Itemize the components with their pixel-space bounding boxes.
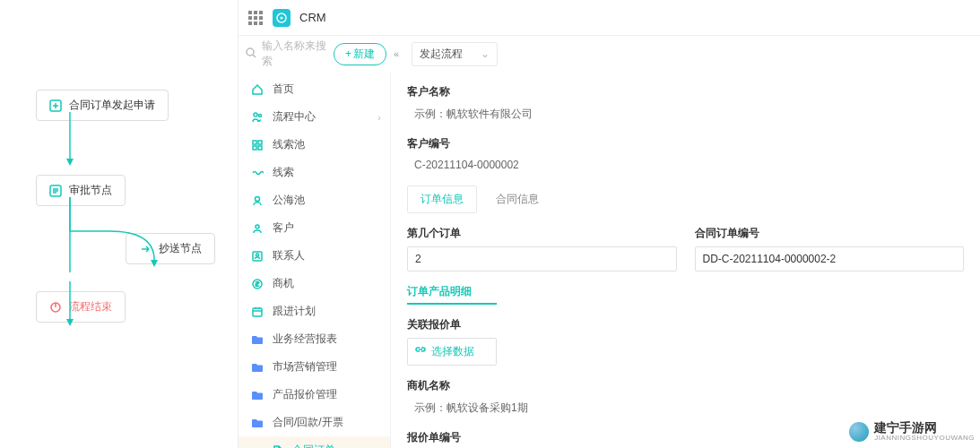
svg-rect-24 — [253, 141, 256, 144]
svg-point-31 — [256, 254, 259, 256]
flow-node-label: 合同订单发起申请 — [69, 98, 155, 113]
flow-node-label: 抄送节点 — [159, 241, 202, 256]
sidebar-item-label: 业务经营报表 — [273, 332, 337, 347]
folder-icon — [251, 417, 264, 429]
toolbar: 输入名称来搜索 +新建 « 发起流程 ⌄ — [238, 36, 980, 72]
svg-rect-26 — [253, 146, 256, 150]
sidebar-nav: 首页流程中心›线索池线索公海池客户联系人商机跟进计划业务经营报表市场营销管理产品… — [238, 72, 391, 448]
opp-name-label: 商机名称 — [407, 378, 964, 393]
svg-point-22 — [254, 113, 257, 116]
order-index-label: 第几个订单 — [407, 226, 677, 241]
flow-node-label: 审批节点 — [69, 183, 112, 198]
sidebar-item-label: 客户 — [273, 220, 294, 236]
link-icon — [415, 345, 426, 358]
sidebar-item-label: 联系人 — [273, 248, 305, 263]
svg-rect-11 — [254, 11, 257, 14]
folder-icon — [251, 389, 264, 401]
user-icon — [251, 194, 264, 207]
sidebar-item-4[interactable]: 公海池 — [238, 186, 390, 214]
share-icon — [139, 243, 152, 255]
workflow-diagram-panel: 合同订单发起申请 审批节点 抄送节点 流程结束 — [0, 0, 238, 448]
app-header: CRM — [238, 0, 980, 36]
flow-node-approve[interactable]: 审批节点 — [36, 175, 126, 206]
svg-rect-12 — [259, 11, 263, 14]
svg-rect-25 — [258, 141, 262, 144]
flow-node-start[interactable]: 合同订单发起申请 — [36, 90, 169, 121]
flow-node-end[interactable]: 流程结束 — [36, 291, 126, 323]
list-square-icon — [49, 185, 62, 197]
customer-name-label: 客户名称 — [407, 84, 964, 99]
watermark: 建宁手游网 JIANNINGSHOUYOUWANG — [849, 421, 975, 443]
sidebar-item-9[interactable]: 业务经营报表 — [238, 325, 390, 353]
sidebar-item-3[interactable]: 线索 — [238, 159, 390, 186]
search-input[interactable]: 输入名称来搜索 — [246, 39, 326, 69]
apps-grid-icon[interactable] — [247, 10, 264, 26]
wave-icon — [251, 167, 264, 179]
flow-node-cc[interactable]: 抄送节点 — [126, 233, 215, 264]
sidebar-item-2[interactable]: 线索池 — [238, 131, 390, 159]
sidebar-item-label: 产品报价管理 — [273, 387, 337, 402]
contract-order-code-input[interactable]: DD-C-20211104-0000002-2 — [695, 246, 965, 271]
power-icon — [49, 301, 62, 314]
sidebar-subitem-0[interactable]: 合同订单 — [238, 436, 390, 448]
sidebar-item-12[interactable]: 合同/回款/开票 — [238, 409, 390, 436]
svg-rect-33 — [253, 308, 262, 316]
svg-point-20 — [281, 16, 283, 19]
flow-node-label: 流程结束 — [69, 299, 112, 314]
svg-rect-17 — [254, 22, 257, 25]
sidebar-item-8[interactable]: 跟进计划 — [238, 297, 390, 325]
sidebar-item-label: 线索池 — [273, 137, 305, 152]
doc-icon — [271, 444, 283, 449]
sidebar-item-label: 合同订单 — [292, 443, 335, 448]
svg-marker-1 — [66, 159, 74, 166]
sidebar-item-0[interactable]: 首页 — [238, 75, 390, 103]
tab-1[interactable]: 合同信息 — [482, 185, 552, 213]
home-icon — [251, 83, 264, 96]
grid-icon — [251, 139, 264, 151]
sidebar-item-7[interactable]: 商机 — [238, 270, 390, 297]
sidebar-item-1[interactable]: 流程中心› — [238, 103, 390, 131]
chevron-down-icon: ⌄ — [481, 47, 490, 60]
order-index-input[interactable]: 2 — [407, 246, 677, 271]
sidebar-item-6[interactable]: 联系人 — [238, 242, 390, 270]
svg-point-23 — [259, 114, 262, 116]
watermark-logo-icon — [849, 422, 869, 442]
detail-section-header: 订单产品明细 — [407, 284, 964, 299]
users-icon — [251, 111, 264, 124]
folder-icon — [251, 333, 264, 346]
sidebar-item-label: 线索 — [273, 165, 294, 180]
app-title: CRM — [299, 11, 326, 24]
chevron-right-icon: › — [377, 112, 381, 123]
sidebar-item-label: 跟进计划 — [273, 304, 316, 319]
svg-rect-18 — [259, 22, 263, 25]
svg-rect-16 — [248, 22, 252, 25]
svg-point-28 — [256, 196, 260, 201]
calendar-icon — [251, 306, 264, 318]
plus-square-icon — [49, 99, 62, 112]
sidebar-item-label: 首页 — [273, 82, 294, 97]
folder-icon — [251, 361, 264, 374]
sidebar-item-label: 合同/回款/开票 — [273, 415, 343, 430]
new-button[interactable]: +新建 — [334, 43, 386, 65]
select-data-button[interactable]: 选择数据 — [407, 338, 497, 366]
svg-rect-13 — [248, 16, 252, 20]
form-tabs: 订单信息合同信息 — [407, 185, 964, 213]
app-logo-icon — [273, 9, 291, 27]
sidebar-item-label: 公海池 — [273, 193, 305, 208]
contract-order-code-label: 合同订单编号 — [695, 226, 965, 241]
svg-rect-15 — [259, 16, 263, 20]
collapse-sidebar-icon[interactable]: « — [394, 48, 399, 59]
user-o-icon — [251, 222, 264, 235]
customer-code-label: 客户编号 — [407, 136, 964, 151]
sidebar-item-11[interactable]: 产品报价管理 — [238, 381, 390, 409]
svg-point-21 — [247, 48, 254, 56]
dollar-icon — [251, 278, 264, 290]
customer-name-value: 示例：帆软软件有限公司 — [407, 105, 964, 124]
flow-select[interactable]: 发起流程 ⌄ — [412, 42, 498, 66]
form-area: 客户名称 示例：帆软软件有限公司 客户编号 C-20211104-0000002… — [391, 72, 980, 448]
sidebar-item-5[interactable]: 客户 — [238, 214, 390, 242]
sidebar-item-10[interactable]: 市场营销管理 — [238, 353, 390, 381]
tab-0[interactable]: 订单信息 — [407, 185, 477, 213]
search-icon — [246, 47, 256, 61]
related-quote-label: 关联报价单 — [407, 317, 964, 332]
